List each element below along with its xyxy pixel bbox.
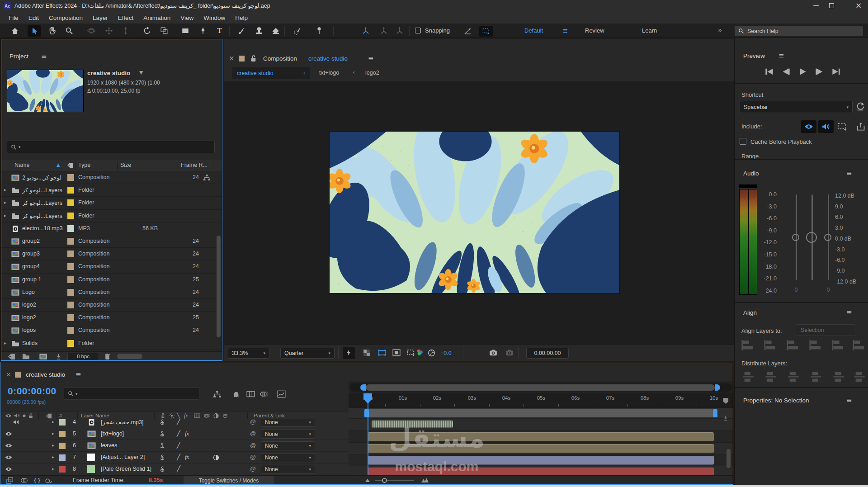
bit-depth-button[interactable]: 8 bpc <box>67 353 99 360</box>
workspace-default[interactable]: Default <box>524 27 543 34</box>
parent-pickwhip-icon[interactable]: @ <box>250 454 256 460</box>
label-color-chip[interactable] <box>67 314 74 321</box>
work-area-bar[interactable] <box>368 409 713 417</box>
visibility-icon[interactable] <box>5 455 12 460</box>
include-audio-button[interactable] <box>818 120 834 133</box>
quality-icon[interactable]: ╱ <box>177 465 180 472</box>
frame-blend-column-icon[interactable] <box>194 413 200 419</box>
audio-active-icon[interactable] <box>13 419 19 425</box>
dist-top-button[interactable] <box>741 371 755 382</box>
tool-eraser[interactable] <box>272 27 280 35</box>
adjust-icon[interactable] <box>55 353 62 360</box>
shy-icon[interactable] <box>160 443 165 449</box>
workspace-menu-icon[interactable]: ≡ <box>562 27 568 35</box>
menu-animation[interactable]: Animation <box>138 12 175 24</box>
timeline-search-input[interactable] <box>80 391 184 397</box>
shy-icon[interactable] <box>160 454 165 461</box>
shy-icon[interactable] <box>160 466 165 473</box>
ink-icon[interactable] <box>723 415 728 421</box>
new-folder-icon[interactable] <box>22 353 30 360</box>
project-item-caret-icon[interactable]: ▼ <box>139 70 143 76</box>
snapping-checkbox[interactable] <box>415 28 421 33</box>
menu-edit[interactable]: Edit <box>24 12 44 24</box>
graph-editor-icon[interactable] <box>277 390 286 398</box>
include-video-button[interactable] <box>801 120 816 133</box>
layer-label-chip[interactable] <box>59 431 66 437</box>
parent-pickwhip-icon[interactable]: @ <box>250 430 256 437</box>
tool-puppet-pin[interactable] <box>315 27 323 35</box>
zoom-out-icon[interactable] <box>365 478 370 482</box>
column-size[interactable]: Size <box>120 162 131 168</box>
project-item-name[interactable]: group4 <box>22 263 66 270</box>
project-scrollbar[interactable] <box>217 236 221 337</box>
timeline-tab-close-icon[interactable]: × <box>6 371 11 378</box>
time-navigator-bar[interactable] <box>366 384 715 391</box>
collapse-column-icon[interactable] <box>169 413 175 419</box>
workspace-review[interactable]: Review <box>585 27 604 34</box>
project-panel-menu-icon[interactable]: ≡ <box>41 52 47 60</box>
expander-icon[interactable]: ▸ <box>4 213 6 218</box>
align-h-center-button[interactable] <box>764 339 778 350</box>
viewer-panel-menu-icon[interactable]: ≡ <box>368 54 374 62</box>
menu-file[interactable]: File <box>4 12 24 24</box>
guides-icon[interactable] <box>407 349 415 356</box>
tool-type[interactable]: T <box>217 26 222 35</box>
tool-selection[interactable] <box>28 25 41 37</box>
align-panel-menu-icon[interactable]: ≡ <box>846 308 852 317</box>
parent-link-select[interactable]: None ▾ <box>261 430 315 439</box>
adjustment-icon[interactable] <box>213 454 219 461</box>
region-of-interest-icon[interactable] <box>378 349 386 356</box>
tool-home[interactable] <box>11 27 19 35</box>
align-right-button[interactable] <box>787 339 800 350</box>
column-number[interactable]: # <box>59 413 62 418</box>
viewer-timecode[interactable]: 0:00:00:00 <box>526 348 569 359</box>
project-item-name[interactable]: group 1 <box>22 276 66 283</box>
label-color-chip[interactable] <box>67 174 74 181</box>
magnification-select[interactable]: 33.3%▾ <box>228 348 269 359</box>
project-item-name[interactable]: logo2 <box>22 302 66 308</box>
snap-angle-icon[interactable] <box>464 27 472 35</box>
dist-left-button[interactable] <box>809 371 823 382</box>
layer-name[interactable]: [txt+logo] <box>101 430 169 437</box>
align-left-button[interactable] <box>741 339 755 350</box>
align-bottom-button[interactable] <box>853 339 866 350</box>
project-item-name[interactable]: Logo <box>22 289 66 295</box>
project-hscrollbar[interactable] <box>117 354 142 359</box>
expander-icon[interactable]: ▸ <box>4 340 6 345</box>
menu-effect[interactable]: Effect <box>113 12 138 24</box>
layer-name[interactable]: [Adjust... Layer 2] <box>101 454 169 460</box>
project-item-name[interactable]: لوجو كر...Layers <box>22 187 66 194</box>
close-button[interactable]: × <box>849 0 868 12</box>
menu-composition[interactable]: Composition <box>44 12 88 24</box>
project-row[interactable]: group3Composition24 <box>1 248 222 260</box>
project-item-name[interactable]: لوجو كر...Layers <box>22 199 66 206</box>
frame-blending-icon[interactable] <box>246 390 255 398</box>
label-color-chip[interactable] <box>67 276 74 283</box>
expander-icon[interactable]: ▸ <box>52 466 54 471</box>
quality-icon[interactable]: ╱ <box>177 430 180 437</box>
motion-blur-icon[interactable] <box>260 390 269 398</box>
project-settings-icon[interactable] <box>8 353 15 360</box>
viewer-panel-label[interactable]: Composition <box>263 55 297 62</box>
label-color-chip[interactable] <box>67 187 74 194</box>
label-color-chip[interactable] <box>67 225 74 232</box>
align-panel-title[interactable]: Align <box>743 309 757 316</box>
maximize-button[interactable] <box>829 3 834 8</box>
layer-label-chip[interactable] <box>59 419 66 426</box>
eye-column-icon[interactable] <box>5 413 12 418</box>
expander-icon[interactable]: ▸ <box>52 431 54 436</box>
search-help-box[interactable] <box>735 26 863 36</box>
show-snapshot-icon[interactable] <box>505 349 514 356</box>
timeline-layer-row[interactable]: ▸8[Pale Green Solid 1]╱@ None ▾ <box>0 463 349 475</box>
column-type[interactable]: Type <box>78 162 90 168</box>
view-axis-icon[interactable] <box>396 27 404 35</box>
audio-panel-title[interactable]: Audio <box>743 170 759 177</box>
previous-frame-button[interactable] <box>782 68 790 76</box>
layer-name[interactable]: leaves <box>101 442 169 449</box>
zoom-in-icon[interactable] <box>421 478 429 483</box>
align-v-center-button[interactable] <box>832 339 845 350</box>
column-frame-rate[interactable]: Frame R... <box>181 162 207 168</box>
dist-right-button[interactable] <box>853 371 866 382</box>
workspace-overflow-icon[interactable]: » <box>718 26 722 34</box>
tool-brush[interactable] <box>237 27 245 35</box>
